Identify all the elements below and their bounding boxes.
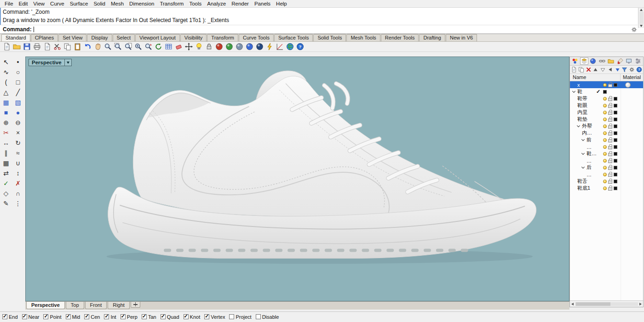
sort-icon[interactable] [614, 66, 621, 73]
layer-lock-icon[interactable] [608, 132, 612, 136]
menu-item[interactable]: Mesh [108, 1, 126, 6]
plane-icon[interactable]: ▧ [13, 98, 23, 107]
osnap-toggle[interactable]: Int [104, 314, 116, 320]
layer-lock-icon[interactable] [608, 139, 612, 142]
project-icon[interactable]: ∩ [13, 189, 23, 198]
layer-row[interactable]: … [570, 171, 643, 178]
paste-icon[interactable] [73, 42, 82, 51]
viewport-menu-dropdown[interactable] [65, 59, 72, 66]
layer-color-swatch[interactable] [614, 138, 617, 142]
layer-material-ball[interactable] [625, 82, 631, 88]
boolean-union-icon[interactable]: ⊕ [1, 118, 11, 127]
osnap-toggle[interactable]: Perp [121, 314, 138, 320]
control-points-icon[interactable]: ◇ [1, 189, 11, 198]
osnap-toggle[interactable]: Vertex [204, 314, 225, 320]
layer-lock-icon[interactable] [608, 119, 612, 122]
toolbar-tab[interactable]: Visibility [180, 34, 207, 41]
checkbox[interactable] [43, 314, 48, 319]
command-scrollbar[interactable] [638, 8, 644, 28]
layer-color-swatch[interactable] [614, 159, 617, 163]
lock-icon[interactable] [205, 42, 213, 51]
box-icon[interactable]: ■ [1, 108, 11, 117]
line-icon[interactable]: ╱ [13, 88, 23, 96]
zoom-extents-icon[interactable] [134, 42, 143, 51]
boolean-difference-icon[interactable]: ⊖ [13, 118, 23, 127]
links-panel-tab[interactable] [598, 57, 607, 65]
layer-visibility-bulb-icon[interactable] [603, 124, 607, 128]
offset-icon[interactable]: ∥ [1, 148, 11, 157]
expand-caret-icon[interactable] [581, 165, 585, 169]
save-icon[interactable] [23, 42, 31, 51]
toolbar-tab[interactable]: Select [113, 34, 135, 41]
menu-item[interactable]: Transform [157, 1, 186, 6]
layer-table-icon[interactable] [164, 42, 173, 51]
osnap-toggle[interactable]: Quad [161, 314, 179, 320]
new-viewport-tab-button[interactable] [131, 302, 140, 308]
layer-color-swatch[interactable] [614, 111, 617, 114]
column-header-material[interactable]: Material [621, 74, 643, 81]
layer-color-swatch[interactable] [614, 124, 617, 128]
delete-icon[interactable]: ✗ [13, 179, 23, 187]
panel-horizontal-scrollbar[interactable] [570, 300, 643, 307]
collapse-icon[interactable] [607, 66, 614, 73]
layer-visibility-bulb-icon[interactable] [603, 118, 607, 121]
zoom-window-icon[interactable] [114, 42, 122, 51]
layer-visibility-bulb-icon[interactable] [603, 131, 607, 135]
layer-row[interactable]: 鞋… [570, 150, 643, 157]
rendered-view-icon[interactable] [245, 42, 254, 51]
point-icon[interactable]: • [13, 57, 23, 66]
layer-row[interactable]: 鞋带 [570, 95, 643, 102]
layer-color-swatch[interactable] [614, 118, 617, 121]
expand-caret-icon[interactable] [581, 152, 585, 155]
zoom-selected-icon[interactable] [124, 42, 132, 51]
layer-row[interactable]: 后 [570, 164, 643, 171]
checkbox[interactable] [229, 314, 234, 319]
toolbar-tab[interactable]: Curve Tools [239, 34, 274, 41]
layer-visibility-bulb-icon[interactable] [603, 152, 607, 156]
checkbox[interactable] [121, 314, 126, 319]
surface-icon[interactable]: ▦ [1, 98, 11, 107]
command-prompt-row[interactable]: Command: [0, 25, 638, 34]
menu-item[interactable]: Help [273, 1, 290, 6]
checkbox[interactable] [22, 314, 27, 319]
menu-item[interactable]: Analyze [204, 1, 229, 6]
viewport-tab[interactable]: Front [85, 302, 107, 309]
render-icon[interactable] [215, 42, 224, 51]
move-tool-icon[interactable]: ↔ [1, 138, 11, 147]
cut-icon[interactable] [53, 42, 62, 51]
zoom-dynamic-icon[interactable] [104, 42, 112, 51]
toolbar-tab[interactable]: Drafting [419, 34, 445, 41]
layer-lock-icon[interactable] [608, 181, 612, 184]
layer-row[interactable]: 鞋舌 [570, 178, 643, 185]
checkbox[interactable] [84, 314, 89, 319]
osnap-toggle[interactable]: Project [229, 314, 251, 320]
checkbox[interactable] [66, 314, 71, 319]
layer-color-swatch[interactable] [614, 166, 617, 169]
rotate-tool-icon[interactable]: ↻ [13, 138, 23, 147]
rectangle-icon[interactable]: □ [13, 78, 23, 86]
library-panel-tab[interactable] [607, 57, 615, 65]
pan-icon[interactable] [93, 42, 102, 51]
layer-color-swatch[interactable] [614, 145, 617, 149]
layer-color-swatch[interactable] [603, 90, 607, 94]
toolbar-tab[interactable]: New in V6 [446, 34, 477, 41]
layer-row[interactable]: 鞋垫 [570, 116, 643, 123]
circle-icon[interactable]: ○ [13, 68, 23, 76]
scroll-down-icon[interactable] [640, 25, 643, 27]
join-icon[interactable]: ∪ [13, 158, 23, 167]
menu-item[interactable]: Solid [91, 1, 108, 6]
settings-panel-tab[interactable] [634, 57, 643, 65]
viewport-title[interactable]: Perspective [29, 59, 65, 66]
cplane-icon[interactable] [276, 42, 284, 51]
layer-visibility-bulb-icon[interactable] [603, 166, 607, 169]
menu-item[interactable]: Panels [252, 1, 273, 6]
checkbox[interactable] [104, 314, 109, 319]
layer-color-swatch[interactable] [614, 97, 617, 101]
layer-visibility-bulb-icon[interactable] [603, 159, 607, 163]
select-arrow-icon[interactable]: ↖ [1, 57, 11, 66]
earth-icon[interactable] [286, 42, 294, 51]
scroll-left-icon[interactable] [571, 303, 574, 305]
array-icon[interactable]: ▦ [1, 158, 11, 167]
layer-visibility-bulb-icon[interactable] [603, 104, 607, 107]
viewport-tab[interactable]: Right [108, 302, 130, 309]
